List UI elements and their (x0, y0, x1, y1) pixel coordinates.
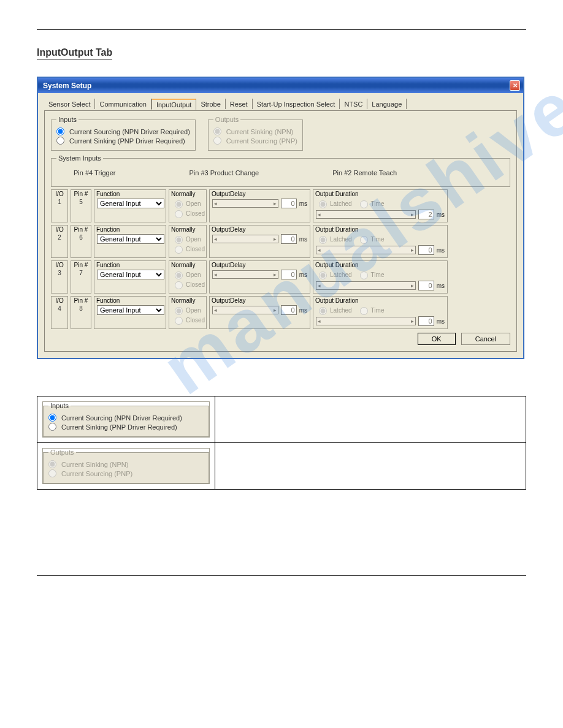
outputs-legend: Outputs (213, 116, 241, 123)
normally-cell: NormallyOpenClosed (169, 189, 207, 222)
duration-latched-radio (319, 236, 327, 244)
detail-outputs-sinking-label: Current Sinking (NPN) (61, 461, 128, 468)
output-duration-cell: Output DurationLatchedTime◂▸ms (313, 189, 448, 222)
inputs-group: Inputs Current Sourcing (NPN Driver Requ… (51, 116, 196, 151)
function-select[interactable]: General Input (97, 199, 164, 208)
detail-inputs-sourcing-row[interactable]: Current Sourcing (NPN Driver Required) (48, 413, 204, 422)
ok-button[interactable]: OK (418, 333, 456, 345)
pin-cell: Pin #5 (71, 189, 91, 222)
function-cell: FunctionGeneral Input (94, 296, 166, 329)
normally-cell: NormallyOpenClosed (169, 296, 207, 329)
inputs-sourcing-label: Current Sourcing (NPN Driver Required) (69, 128, 190, 135)
delay-slider: ◂▸ (212, 306, 278, 314)
detail-inputs-sinking-radio[interactable] (48, 423, 56, 431)
system-inputs-legend: System Inputs (56, 154, 103, 162)
detail-inputs-legend: Inputs (48, 402, 71, 409)
bottom-rule (37, 575, 526, 576)
normally-closed-radio (175, 210, 183, 218)
duration-slider: ◂▸ (316, 246, 416, 254)
function-cell: FunctionGeneral Input (94, 225, 166, 258)
output-duration-cell: Output DurationLatchedTime◂▸ms (313, 225, 448, 258)
duration-latched-radio (319, 307, 327, 315)
output-duration-cell: Output DurationLatchedTime◂▸ms (313, 296, 448, 329)
tab-strobe[interactable]: Strobe (196, 99, 225, 109)
tab-startup[interactable]: Start-Up Inspection Select (253, 99, 340, 109)
function-cell: FunctionGeneral Input (94, 260, 166, 294)
sys-label-product-change: Pin #3 Product Change (189, 169, 259, 176)
normally-closed-radio (175, 281, 183, 289)
output-delay-cell: OutputDelay◂▸ms (209, 225, 310, 258)
io-row-2: I/O2Pin #6FunctionGeneral InputNormallyO… (51, 225, 510, 258)
titlebar: System Setup ✕ (38, 78, 523, 93)
sys-label-trigger: Pin #4 Trigger (74, 169, 115, 176)
window-title: System Setup (43, 82, 91, 90)
detail-outputs-sourcing-radio (48, 469, 56, 477)
cancel-button[interactable]: Cancel (461, 333, 510, 345)
function-select[interactable]: General Input (97, 270, 164, 279)
pin-cell: Pin #7 (71, 260, 91, 294)
function-cell: FunctionGeneral Input (94, 189, 166, 222)
tab-inputoutput[interactable]: InputOutput (151, 99, 197, 110)
close-icon[interactable]: ✕ (510, 80, 520, 91)
sys-label-remote-teach: Pin #2 Remote Teach (332, 169, 397, 176)
delay-slider: ◂▸ (212, 270, 278, 279)
detail-outputs-legend: Outputs (48, 449, 76, 456)
io-cell: I/O4 (51, 296, 68, 329)
inputs-sinking-row[interactable]: Current Sinking (PNP Driver Required) (56, 136, 190, 145)
outputs-sourcing-radio (213, 137, 221, 145)
duration-time-radio (360, 307, 368, 315)
duration-slider: ◂▸ (316, 317, 416, 325)
duration-time-radio (360, 236, 368, 244)
delay-field (281, 234, 297, 244)
duration-time-radio (360, 271, 368, 279)
tab-language[interactable]: Language (367, 99, 407, 109)
delay-slider: ◂▸ (212, 199, 278, 208)
system-inputs-group: System Inputs Pin #4 Trigger Pin #3 Prod… (51, 154, 510, 187)
detail-inputs-group: Inputs Current Sourcing (NPN Driver Requ… (43, 402, 209, 437)
io-row-3: I/O3Pin #7FunctionGeneral InputNormallyO… (51, 260, 510, 294)
normally-closed-radio (175, 246, 183, 254)
function-select[interactable]: General Input (97, 305, 164, 315)
outputs-sinking-row: Current Sinking (NPN) (213, 127, 297, 136)
duration-slider: ◂▸ (316, 281, 416, 290)
io-cell: I/O1 (51, 189, 68, 222)
function-select[interactable]: General Input (97, 234, 164, 244)
delay-field (281, 199, 297, 208)
duration-field (418, 281, 434, 290)
duration-time-radio (360, 200, 368, 208)
io-cell: I/O3 (51, 260, 68, 294)
outputs-group: Outputs Current Sinking (NPN) Current So… (208, 116, 303, 151)
inputs-sinking-radio[interactable] (56, 137, 64, 145)
duration-latched-radio (319, 200, 327, 208)
outputs-sourcing-row: Current Sourcing (PNP) (213, 136, 297, 145)
detail-outputs-sourcing-row: Current Sourcing (PNP) (48, 469, 204, 478)
inputs-sinking-label: Current Sinking (PNP Driver Required) (69, 137, 185, 145)
outputs-sinking-label: Current Sinking (NPN) (226, 128, 293, 135)
duration-latched-radio (319, 271, 327, 279)
normally-cell: NormallyOpenClosed (169, 225, 207, 258)
detail-outputs-sinking-radio (48, 460, 56, 468)
delay-field (281, 305, 297, 315)
io-row-1: I/O1Pin #5FunctionGeneral InputNormallyO… (51, 189, 510, 222)
normally-open-radio (175, 307, 183, 315)
tab-sensor-select[interactable]: Sensor Select (44, 99, 95, 109)
outputs-sinking-radio (213, 127, 221, 135)
output-duration-cell: Output DurationLatchedTime◂▸ms (313, 260, 448, 294)
normally-closed-radio (175, 317, 183, 325)
detail-inputs-sourcing-radio[interactable] (48, 414, 56, 422)
normally-open-radio (175, 236, 183, 244)
inputs-sourcing-radio[interactable] (56, 127, 64, 135)
duration-field (418, 210, 434, 219)
tab-ntsc[interactable]: NTSC (340, 99, 367, 109)
output-delay-cell: OutputDelay◂▸ms (209, 189, 310, 222)
tab-reset[interactable]: Reset (226, 99, 253, 109)
tab-communication[interactable]: Communication (95, 99, 151, 109)
pin-cell: Pin #8 (71, 296, 91, 329)
tab-strip: Sensor Select Communication InputOutput … (44, 98, 517, 109)
detail-outputs-sinking-row: Current Sinking (NPN) (48, 460, 204, 469)
normally-open-radio (175, 271, 183, 279)
duration-slider: ◂▸ (316, 210, 416, 219)
inputs-sourcing-row[interactable]: Current Sourcing (NPN Driver Required) (56, 127, 190, 136)
normally-open-radio (175, 200, 183, 208)
detail-inputs-sinking-row[interactable]: Current Sinking (PNP Driver Required) (48, 422, 204, 431)
